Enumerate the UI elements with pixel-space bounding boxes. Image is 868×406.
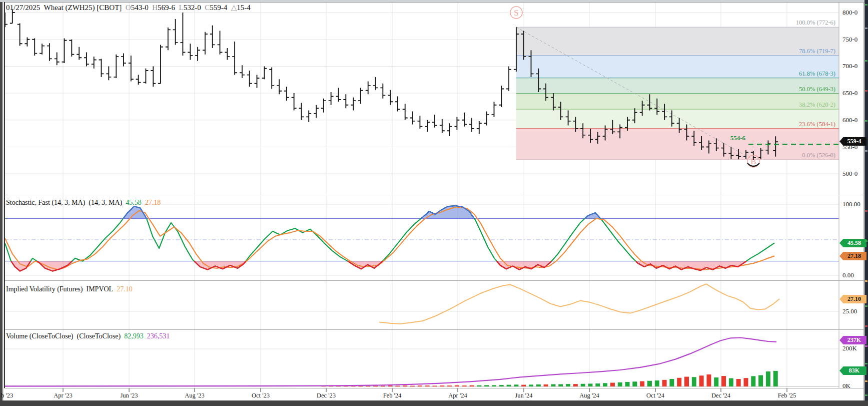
- implied-vol-axis-tick: 25.00: [842, 307, 857, 315]
- fib-level-label: 23.6% (584-1): [685, 121, 835, 128]
- low-label: L: [179, 4, 184, 12]
- top-border-strip: [0, 0, 868, 2]
- volume-axis-tick: 0K: [842, 382, 850, 390]
- delta-icon: △: [231, 4, 237, 12]
- fib-level-label: 100.0% (772-6): [685, 19, 835, 27]
- x-axis-tick-label: Jun '24: [508, 392, 540, 399]
- stochastic-d-badge: 27.18: [839, 252, 866, 260]
- price-axis-tick: 750-0: [842, 36, 857, 44]
- open-interest-badge: 237K: [839, 336, 866, 344]
- volume-title: Volume (CloseToClose): [6, 332, 73, 340]
- x-axis-tick-label: Dec '24: [705, 392, 737, 399]
- x-axis-tick-label: Feb '25: [771, 392, 803, 399]
- minimap-mark: [865, 325, 867, 327]
- stochastic-d-value: 27.18: [145, 199, 161, 206]
- price-axis-tick: 650-0: [842, 89, 857, 97]
- implied-vol-panel-title: Implied Volatility (Futures) IMPVOL 27.1…: [6, 285, 133, 293]
- minimap-mark: [865, 90, 867, 92]
- minimap-mark: [865, 305, 867, 307]
- volume-panel-title: Volume (CloseToClose) (CloseToClose) 82,…: [6, 332, 170, 340]
- minimap-mark: [865, 60, 867, 62]
- minimap-mark: [865, 394, 867, 396]
- stochastic-k-value: 45.58: [126, 199, 142, 206]
- charting-app-window: SB 01/27/2025 Wheat (ZWH25) [CBOT] O543-…: [0, 0, 868, 406]
- minimap-mark: [865, 280, 867, 282]
- stochastic-axis-tick: 0.00: [842, 271, 854, 279]
- price-axis-tick: 800-0: [842, 9, 857, 17]
- price-axis-tick: 500-0: [842, 170, 857, 178]
- stochastic-title: Stochastic, Fast (14, 3, MA): [6, 199, 85, 206]
- volume-value: 82,993: [124, 332, 144, 340]
- x-tick-label-feb23-cut: b '23: [1, 392, 13, 399]
- x-axis-tick-label: Jun '23: [113, 392, 145, 399]
- x-axis-tick-label: Feb '24: [376, 392, 408, 399]
- left-strip-gap: [3, 0, 4, 406]
- volume-badge: 83K: [839, 366, 866, 375]
- svg-text:S: S: [514, 8, 518, 18]
- open-label: O: [126, 4, 131, 12]
- x-axis-tick-label: Apr '23: [47, 392, 79, 399]
- stochastic-axis-tick: 100.00: [842, 200, 860, 208]
- close-value: 559-4: [210, 4, 227, 12]
- price-axis-tick: 600-0: [842, 116, 857, 124]
- minimap-mark: [865, 363, 867, 364]
- high-value: 569-6: [158, 4, 175, 12]
- implied-vol-series: IMPVOL: [86, 285, 113, 293]
- ohlc-header: 01/27/2025 Wheat (ZWH25) [CBOT] O543-0 H…: [6, 3, 251, 12]
- x-axis-tick-label: Dec '23: [310, 392, 342, 399]
- fib-level-label: 50.0% (649-3): [685, 86, 835, 93]
- minimap-mark: [865, 150, 867, 152]
- implied-vol-title: Implied Volatility (Futures): [6, 285, 83, 293]
- price-axis-tick: 700-0: [842, 62, 857, 70]
- x-axis-tick-label: Apr '24: [442, 392, 474, 399]
- header-symbol: Wheat (ZWH25) [CBOT]: [44, 4, 122, 12]
- minimap-mark: [865, 28, 867, 29]
- bottom-status-bar: [0, 400, 868, 406]
- high-label: H: [152, 4, 158, 12]
- low-value: 532-0: [184, 4, 201, 12]
- stochastic-k-badge: 45.58: [839, 239, 866, 247]
- target-price-label: 554-6: [715, 134, 745, 142]
- fib-level-label: 78.6% (719-7): [685, 48, 835, 55]
- volume-series: (CloseToClose): [77, 332, 121, 340]
- volume-axis-tick: 200K: [842, 344, 857, 352]
- delta-value: 15-4: [237, 4, 251, 12]
- minimap-mark: [865, 210, 867, 212]
- minimap-mark: [865, 4, 867, 6]
- x-axis-tick-label: Oct '24: [639, 392, 671, 399]
- minimap-mark: [865, 240, 867, 242]
- open-value: 543-0: [131, 4, 149, 12]
- minimap-mark: [865, 120, 867, 122]
- x-axis-tick-label: Oct '23: [245, 392, 277, 399]
- price-axis-tick: 550-0: [842, 143, 857, 151]
- fib-level-label: 38.2% (620-2): [685, 101, 835, 109]
- stochastic-params: (14, 3, MA): [89, 199, 122, 206]
- implied-vol-badge: 27.10: [839, 295, 866, 303]
- minimap-mark: [865, 380, 867, 382]
- stochastic-panel-title: Stochastic, Fast (14, 3, MA) (14, 3, MA)…: [6, 199, 161, 207]
- x-axis-tick-label: Aug '23: [179, 392, 211, 399]
- x-axis-tick-label: Aug '24: [573, 392, 605, 399]
- fib-level-label: 61.8% (678-3): [685, 70, 835, 78]
- minimap-mark: [865, 345, 867, 347]
- fib-level-label: 0.0% (526-0): [685, 152, 835, 159]
- close-label: C: [205, 4, 210, 12]
- header-date: 01/27/2025: [6, 4, 40, 12]
- open-interest-value: 236,531: [147, 332, 170, 340]
- implied-vol-value: 27.10: [117, 285, 133, 293]
